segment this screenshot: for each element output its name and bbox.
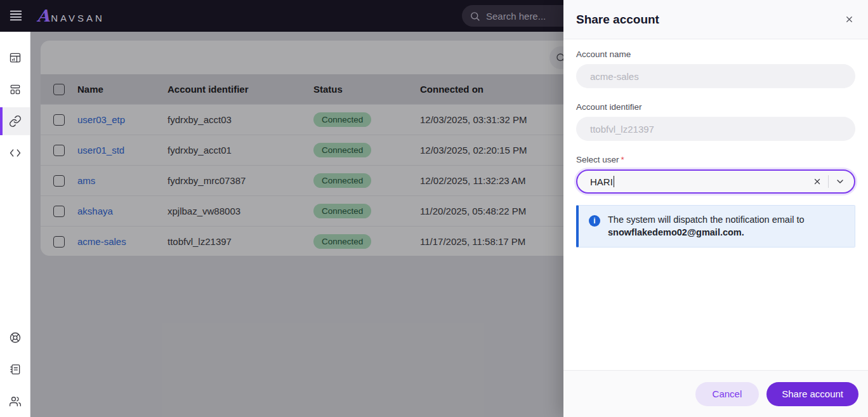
search-icon	[470, 11, 480, 22]
close-button[interactable]	[841, 11, 858, 28]
dashboard-icon	[9, 51, 22, 64]
account-identifier-label: Account identifier	[576, 102, 855, 112]
select-user-value: HARI	[590, 176, 613, 187]
lifebuoy-icon	[9, 331, 22, 344]
account-name-value: acme-sales	[590, 71, 639, 82]
sidebar-item-code[interactable]	[0, 139, 30, 167]
account-identifier-value: ttobfvl_lz21397	[590, 124, 654, 135]
sidebar-item-users[interactable]	[0, 387, 30, 415]
required-asterisk: *	[621, 155, 624, 164]
menu-icon	[9, 9, 23, 23]
close-icon	[845, 15, 854, 24]
layout-icon	[9, 83, 22, 96]
panel-header: Share account	[563, 0, 868, 39]
info-email: snowflakedemo02@gmail.com.	[608, 227, 744, 237]
clear-icon	[813, 177, 822, 186]
info-banner: i The system will dispatch the notificat…	[576, 205, 855, 248]
account-name-label: Account name	[576, 50, 855, 59]
dropdown-toggle-button[interactable]	[835, 176, 845, 187]
panel-footer: Cancel Share account	[563, 370, 868, 417]
brand-logo: A NAVSAN	[37, 8, 105, 24]
info-icon: i	[589, 215, 600, 227]
share-account-button[interactable]: Share account	[766, 382, 858, 406]
sidebar-item-help[interactable]	[0, 324, 30, 352]
clear-selection-button[interactable]	[813, 177, 822, 186]
users-icon	[9, 395, 22, 407]
brand-logo-letter: A	[37, 8, 49, 24]
sidebar-item-layout[interactable]	[0, 76, 30, 103]
select-user-label: Select user*	[576, 155, 855, 164]
code-icon	[9, 147, 22, 159]
select-user-input[interactable]: HARI	[576, 169, 855, 194]
panel-body: Account name acme-sales Account identifi…	[563, 39, 868, 248]
hamburger-menu-button[interactable]	[9, 9, 23, 23]
share-account-panel: Share account Account name acme-sales Ac…	[563, 0, 868, 417]
sidebar-item-dashboard[interactable]	[0, 44, 30, 72]
info-text: The system will dispatch the notificatio…	[608, 214, 838, 239]
panel-title: Share account	[576, 13, 659, 27]
sidebar	[0, 32, 30, 417]
account-identifier-input: ttobfvl_lz21397	[576, 117, 855, 141]
cancel-button[interactable]: Cancel	[695, 382, 760, 406]
sidebar-item-connections[interactable]	[0, 107, 30, 135]
sidebar-item-logs[interactable]	[0, 355, 30, 383]
link-icon	[9, 115, 22, 128]
brand-logo-text: NAVSAN	[51, 13, 105, 23]
account-name-input: acme-sales	[576, 64, 855, 88]
notebook-icon	[9, 363, 22, 376]
chevron-down-icon	[835, 176, 845, 187]
select-divider	[828, 175, 829, 188]
text-cursor	[614, 176, 615, 187]
